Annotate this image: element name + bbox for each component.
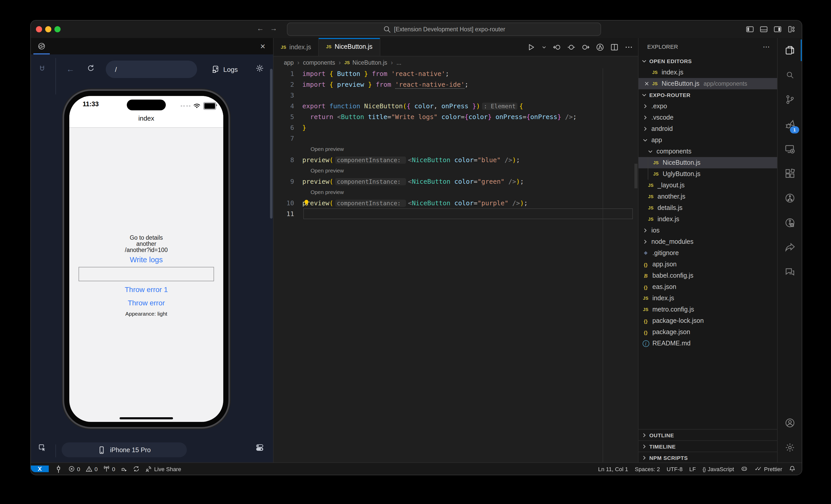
activity-search-icon[interactable]	[778, 63, 802, 87]
minimize-window-button[interactable]	[45, 26, 51, 32]
nav-forward-circle-icon[interactable]	[581, 43, 590, 51]
explorer-more-icon[interactable]: ⋯	[763, 42, 770, 51]
layout-sidebar-left-icon[interactable]	[746, 25, 754, 33]
history-back-icon[interactable]: ←	[257, 24, 264, 32]
section-open-editors[interactable]: OPEN EDITORS	[638, 55, 777, 67]
settings-icon[interactable]	[256, 64, 264, 72]
logs-button[interactable]: Logs	[211, 61, 238, 78]
status-sync[interactable]	[133, 466, 140, 472]
open-editor-index.js[interactable]: JSindex.js	[638, 67, 777, 78]
split-editor-icon[interactable]	[610, 43, 619, 51]
tree-item-eas.json[interactable]: {}eas.json	[638, 281, 777, 293]
open-editor-NiceButton.js[interactable]: JSNiceButton.jsapp/components	[638, 78, 777, 89]
status-copilot[interactable]	[741, 466, 748, 472]
section-npm-scripts[interactable]: NPM SCRIPTS	[638, 452, 777, 463]
activity-debug-icon[interactable]: 1	[778, 112, 802, 137]
tab-index.js[interactable]: JSindex.js	[274, 38, 319, 56]
breadcrumb-item-NiceButton.js[interactable]: JSNiceButton.js	[344, 59, 387, 65]
section-timeline[interactable]: TIMELINE	[638, 440, 777, 452]
tree-item-babel.config.js[interactable]: Bbabel.config.js	[638, 270, 777, 281]
activity-extensions-icon[interactable]	[778, 161, 802, 186]
history-forward-icon[interactable]: →	[270, 24, 277, 32]
activity-files-icon[interactable]	[778, 38, 802, 63]
activity-account-icon[interactable]	[778, 411, 802, 435]
tree-item-details.js[interactable]: JSdetails.js	[638, 202, 777, 213]
tree-item-_layout.js[interactable]: JS_layout.js	[638, 180, 777, 191]
activity-share-icon[interactable]	[778, 235, 802, 260]
code-line-10[interactable]: 10preview(componentInstance: <NiceButton…	[274, 198, 638, 208]
another-id-link[interactable]: /another?id=100	[69, 247, 223, 253]
ellipsis-icon[interactable]	[625, 43, 633, 51]
activity-settings-gear-icon[interactable]	[778, 435, 802, 460]
nav-dot-circle-icon[interactable]	[567, 43, 575, 51]
tree-item-metro.config.js[interactable]: JSmetro.config.js	[638, 304, 777, 315]
tree-item-another.js[interactable]: JSanother.js	[638, 191, 777, 202]
phone-screen[interactable]: 11:33 index Go to details another	[69, 96, 223, 422]
code-line-8[interactable]: 8preview(componentInstance: <NiceButton …	[274, 154, 638, 165]
phone-text-input[interactable]	[79, 267, 214, 281]
tree-item-node_modules[interactable]: node_modules	[638, 236, 777, 247]
layout-sidebar-right-icon[interactable]	[774, 25, 782, 33]
close-panel-icon[interactable]: ✕	[257, 38, 269, 54]
codelens-open-preview[interactable]: Open preview	[274, 187, 638, 198]
code-line-1[interactable]: 1import { Button } from 'react-native';	[274, 68, 638, 79]
tree-item-app.json[interactable]: {}app.json	[638, 259, 777, 270]
status-liveshare[interactable]: Live Share	[145, 466, 181, 472]
status-antenna[interactable]: 0	[104, 466, 115, 472]
throw-error-button[interactable]: Throw error	[69, 299, 223, 307]
tree-item-.expo[interactable]: .expo	[638, 100, 777, 112]
layout-grid-icon[interactable]	[787, 25, 796, 33]
throw-error-1-button[interactable]: Throw error 1	[69, 285, 223, 294]
editor-scrollbar[interactable]	[634, 164, 637, 188]
close-icon[interactable]	[642, 81, 651, 87]
tab-radon-ide[interactable]	[32, 38, 51, 54]
breadcrumb[interactable]: app›components›JSNiceButton.js›...	[274, 56, 638, 68]
activity-remote-explorer-icon[interactable]	[778, 137, 802, 161]
status-prettier[interactable]: ✓✓Prettier	[754, 466, 782, 472]
lightbulb-icon[interactable]	[303, 199, 310, 206]
breadcrumb-item-...[interactable]: ...	[397, 59, 401, 65]
go-to-details-link[interactable]: Go to details	[69, 235, 223, 241]
status-error[interactable]: 0	[68, 466, 80, 472]
tree-item-components[interactable]: components	[638, 146, 777, 157]
tree-item-.gitignore[interactable]: .gitignore	[638, 247, 777, 259]
status-debug-status[interactable]	[121, 466, 127, 472]
status-warning[interactable]: 0	[86, 466, 97, 472]
another-link[interactable]: another	[69, 241, 223, 247]
code-line-7[interactable]: 7	[274, 133, 638, 144]
status-ports[interactable]	[54, 465, 63, 473]
activity-source-control-icon[interactable]	[778, 87, 802, 112]
remote-indicator-button[interactable]	[31, 466, 49, 472]
activity-gitlens-icon[interactable]	[778, 210, 802, 235]
code-line-11[interactable]: 11	[274, 208, 638, 219]
run-icon[interactable]	[527, 43, 535, 51]
code-line-3[interactable]: 3	[274, 90, 638, 100]
write-logs-button[interactable]: Write logs	[69, 256, 223, 264]
tree-item-.vscode[interactable]: .vscode	[638, 112, 777, 123]
tab-NiceButton.js[interactable]: JSNiceButton.js	[319, 38, 380, 56]
section-outline[interactable]: OUTLINE	[638, 429, 777, 440]
code-line-9[interactable]: 9preview(componentInstance: <NiceButton …	[274, 176, 638, 187]
tree-item-package.json[interactable]: {}package.json	[638, 326, 777, 338]
breadcrumb-item-app[interactable]: app	[284, 59, 294, 65]
status-ln-11-col-1[interactable]: Ln 11, Col 1	[598, 466, 628, 472]
breadcrumb-item-components[interactable]: components	[303, 59, 335, 65]
status-utf-8[interactable]: UTF-8	[666, 466, 682, 472]
tree-item-app[interactable]: app	[638, 135, 777, 146]
close-window-button[interactable]	[36, 26, 42, 32]
code-line-4[interactable]: 4export function NiceButton({ color, onP…	[274, 100, 638, 111]
tree-item-UglyButton.js[interactable]: JSUglyButton.js	[638, 168, 777, 180]
codelens-open-preview[interactable]: Open preview	[274, 165, 638, 176]
tree-item-index.js[interactable]: JSindex.js	[638, 293, 777, 304]
tree-item-ios[interactable]: ios	[638, 225, 777, 236]
activity-test-circle-icon[interactable]	[778, 186, 802, 210]
url-back-icon[interactable]: ←	[66, 65, 75, 74]
nav-back-circle-icon[interactable]	[553, 43, 561, 51]
device-select-button[interactable]: iPhone 15 Pro	[62, 442, 187, 457]
reload-icon[interactable]	[87, 64, 95, 72]
tree-item-android[interactable]: android	[638, 123, 777, 135]
activity-chat-icon[interactable]	[778, 260, 802, 284]
follow-device-magnet-icon[interactable]	[38, 65, 46, 73]
tree-item-index.js[interactable]: JSindex.js	[638, 213, 777, 225]
layout-panel-icon[interactable]	[760, 25, 768, 33]
